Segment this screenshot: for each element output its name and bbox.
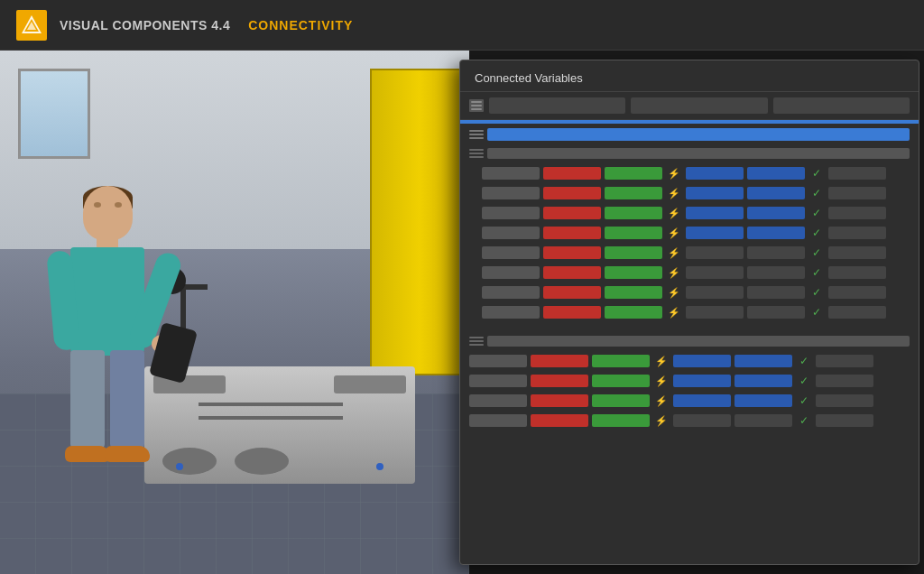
section-2-rows: ⚡ ✓ ⚡ ✓ xyxy=(467,351,911,430)
panel-toolbar xyxy=(460,92,919,120)
app-title: VISUAL COMPONENTS 4.4 xyxy=(60,18,230,32)
scene-window xyxy=(18,69,90,159)
section-icon-row-1 xyxy=(467,124,911,144)
panel-header: Connected Variables xyxy=(460,60,919,92)
table-row[interactable]: ⚡ ✓ xyxy=(467,371,911,391)
3d-scene xyxy=(0,51,469,574)
connected-variables-panel: Connected Variables xyxy=(459,60,919,565)
table-row[interactable]: ⚡ ✓ xyxy=(480,282,911,302)
tree-section-1: ⚡ ✓ ⚡ xyxy=(467,163,911,322)
rows-container[interactable]: ⚡ ✓ ⚡ xyxy=(460,124,919,565)
table-row[interactable]: ⚡ ✓ xyxy=(480,243,911,263)
list-icon-3[interactable] xyxy=(469,336,484,347)
human-pants-left xyxy=(70,350,105,449)
section-1-rows: ⚡ ✓ ⚡ xyxy=(480,163,911,322)
table-row[interactable]: ⚡ ✓ xyxy=(467,351,911,371)
list-icon[interactable] xyxy=(469,99,484,112)
app-header: VISUAL COMPONENTS 4.4 CONNECTIVITY xyxy=(0,0,924,51)
section-2-header xyxy=(467,331,911,351)
table-row[interactable]: ⚡ ✓ xyxy=(480,263,911,282)
human-shoe-right xyxy=(105,446,150,462)
table-row[interactable]: ⚡ ✓ xyxy=(480,302,911,322)
table-row[interactable]: ⚡ ✓ xyxy=(480,223,911,243)
human-pants-right xyxy=(110,350,144,449)
table-row[interactable]: ⚡ ✓ xyxy=(480,163,911,183)
table-row[interactable]: ⚡ ✓ xyxy=(467,391,911,411)
section-1-header xyxy=(467,144,911,163)
human-head xyxy=(83,186,133,240)
hamburger-icon[interactable] xyxy=(469,129,484,140)
data-section-1: ⚡ ✓ ⚡ xyxy=(467,144,911,322)
list-icon-2[interactable] xyxy=(469,148,484,159)
yellow-cabinet xyxy=(370,69,469,375)
blue-highlight-bar xyxy=(487,128,910,141)
section-2-label xyxy=(487,336,910,347)
table-row[interactable]: ⚡ ✓ xyxy=(467,411,911,430)
main-content: Connected Variables xyxy=(0,51,924,574)
panel-title: Connected Variables xyxy=(475,71,583,85)
app-logo xyxy=(16,10,47,41)
human-figure xyxy=(45,186,171,493)
section-1-label xyxy=(487,148,910,159)
filter-input-1[interactable] xyxy=(489,97,625,114)
filter-input-3[interactable] xyxy=(773,97,910,114)
table-row[interactable]: ⚡ ✓ xyxy=(480,203,911,223)
human-shoe-left xyxy=(65,446,110,462)
connectivity-label: CONNECTIVITY xyxy=(248,18,353,32)
filter-input-2[interactable] xyxy=(631,97,767,114)
table-row[interactable]: ⚡ ✓ xyxy=(480,183,911,203)
machine-base xyxy=(144,366,415,484)
